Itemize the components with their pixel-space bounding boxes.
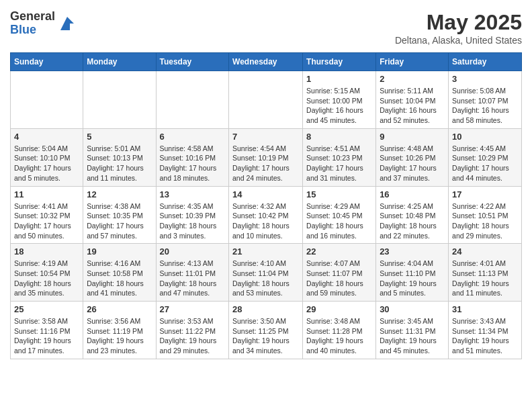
day-number: 26 — [87, 304, 152, 314]
week-row-3: 18Sunrise: 4:19 AM Sunset: 10:54 PM Dayl… — [11, 244, 522, 302]
calendar-cell: 26Sunrise: 3:56 AM Sunset: 11:19 PM Dayl… — [83, 302, 156, 359]
day-number: 4 — [14, 132, 79, 142]
day-info: Sunrise: 3:45 AM Sunset: 11:31 PM Daylig… — [380, 316, 445, 356]
week-row-0: 1Sunrise: 5:15 AM Sunset: 10:00 PM Dayli… — [11, 71, 522, 129]
header-day-sunday: Sunday — [11, 53, 83, 71]
calendar-cell — [229, 71, 303, 129]
calendar-cell: 9Sunrise: 4:48 AM Sunset: 10:26 PM Dayli… — [376, 128, 449, 186]
logo-blue: Blue — [10, 24, 55, 37]
day-info: Sunrise: 4:16 AM Sunset: 10:58 PM Daylig… — [87, 259, 152, 298]
calendar-cell: 1Sunrise: 5:15 AM Sunset: 10:00 PM Dayli… — [303, 71, 376, 129]
day-number: 18 — [14, 246, 79, 257]
day-number: 30 — [380, 304, 445, 314]
page-header: General Blue May 2025 Deltana, Alaska, U… — [10, 10, 522, 46]
day-info: Sunrise: 4:58 AM Sunset: 10:16 PM Daylig… — [160, 144, 226, 183]
month-title: May 2025 — [395, 10, 522, 35]
day-info: Sunrise: 4:25 AM Sunset: 10:48 PM Daylig… — [380, 201, 445, 241]
calendar-cell: 10Sunrise: 4:45 AM Sunset: 10:29 PM Dayl… — [449, 128, 522, 186]
calendar-header: SundayMondayTuesdayWednesdayThursdayFrid… — [11, 53, 522, 71]
calendar-cell — [83, 71, 156, 129]
title-block: May 2025 Deltana, Alaska, United States — [395, 10, 522, 46]
day-info: Sunrise: 4:35 AM Sunset: 10:39 PM Daylig… — [160, 201, 226, 241]
calendar-cell: 23Sunrise: 4:04 AM Sunset: 11:10 PM Dayl… — [376, 244, 449, 302]
day-info: Sunrise: 4:29 AM Sunset: 10:45 PM Daylig… — [306, 201, 372, 241]
calendar-cell: 8Sunrise: 4:51 AM Sunset: 10:23 PM Dayli… — [303, 128, 376, 186]
day-number: 9 — [380, 132, 445, 142]
calendar-cell: 16Sunrise: 4:25 AM Sunset: 10:48 PM Dayl… — [376, 186, 449, 244]
day-info: Sunrise: 4:22 AM Sunset: 10:51 PM Daylig… — [452, 201, 518, 241]
calendar-cell: 15Sunrise: 4:29 AM Sunset: 10:45 PM Dayl… — [303, 186, 376, 244]
logo: General Blue — [10, 10, 77, 37]
day-number: 14 — [232, 189, 299, 199]
day-number: 12 — [87, 189, 152, 199]
calendar-cell: 2Sunrise: 5:11 AM Sunset: 10:04 PM Dayli… — [376, 71, 449, 129]
day-number: 20 — [160, 246, 226, 257]
calendar-cell: 27Sunrise: 3:53 AM Sunset: 11:22 PM Dayl… — [156, 302, 229, 359]
day-number: 24 — [452, 246, 518, 257]
day-number: 2 — [380, 74, 445, 84]
day-info: Sunrise: 5:15 AM Sunset: 10:00 PM Daylig… — [306, 86, 372, 126]
header-day-thursday: Thursday — [303, 53, 376, 71]
location: Deltana, Alaska, United States — [395, 35, 522, 46]
day-number: 29 — [306, 304, 372, 314]
svg-marker-0 — [60, 17, 74, 30]
day-info: Sunrise: 5:08 AM Sunset: 10:07 PM Daylig… — [452, 86, 518, 126]
calendar-cell: 21Sunrise: 4:10 AM Sunset: 11:04 PM Dayl… — [229, 244, 303, 302]
logo-icon — [58, 14, 77, 33]
calendar-cell: 20Sunrise: 4:13 AM Sunset: 11:01 PM Dayl… — [156, 244, 229, 302]
day-info: Sunrise: 4:01 AM Sunset: 11:13 PM Daylig… — [452, 259, 518, 298]
calendar-cell: 11Sunrise: 4:41 AM Sunset: 10:32 PM Dayl… — [11, 186, 83, 244]
day-number: 3 — [452, 74, 518, 84]
day-number: 28 — [232, 304, 299, 314]
calendar-cell: 14Sunrise: 4:32 AM Sunset: 10:42 PM Dayl… — [229, 186, 303, 244]
calendar-cell: 22Sunrise: 4:07 AM Sunset: 11:07 PM Dayl… — [303, 244, 376, 302]
day-number: 11 — [14, 189, 79, 199]
day-info: Sunrise: 4:45 AM Sunset: 10:29 PM Daylig… — [452, 144, 518, 183]
day-number: 8 — [306, 132, 372, 142]
day-info: Sunrise: 5:11 AM Sunset: 10:04 PM Daylig… — [380, 86, 445, 126]
day-number: 7 — [232, 132, 299, 142]
day-number: 31 — [452, 304, 518, 314]
logo-text: General Blue — [10, 10, 55, 37]
day-info: Sunrise: 4:10 AM Sunset: 11:04 PM Daylig… — [232, 259, 299, 298]
day-info: Sunrise: 3:56 AM Sunset: 11:19 PM Daylig… — [87, 316, 152, 356]
day-number: 1 — [306, 74, 372, 84]
day-number: 10 — [452, 132, 518, 142]
day-info: Sunrise: 4:19 AM Sunset: 10:54 PM Daylig… — [14, 259, 79, 298]
day-number: 6 — [160, 132, 226, 142]
day-info: Sunrise: 4:07 AM Sunset: 11:07 PM Daylig… — [306, 259, 372, 298]
day-info: Sunrise: 3:43 AM Sunset: 11:34 PM Daylig… — [452, 316, 518, 356]
calendar-cell: 30Sunrise: 3:45 AM Sunset: 11:31 PM Dayl… — [376, 302, 449, 359]
week-row-1: 4Sunrise: 5:04 AM Sunset: 10:10 PM Dayli… — [11, 128, 522, 186]
calendar-cell: 7Sunrise: 4:54 AM Sunset: 10:19 PM Dayli… — [229, 128, 303, 186]
logo-general: General — [10, 10, 55, 24]
calendar-cell — [156, 71, 229, 129]
day-info: Sunrise: 3:53 AM Sunset: 11:22 PM Daylig… — [160, 316, 226, 356]
day-info: Sunrise: 4:04 AM Sunset: 11:10 PM Daylig… — [380, 259, 445, 298]
day-info: Sunrise: 4:54 AM Sunset: 10:19 PM Daylig… — [232, 144, 299, 183]
day-number: 16 — [380, 189, 445, 199]
day-info: Sunrise: 3:48 AM Sunset: 11:28 PM Daylig… — [306, 316, 372, 356]
day-info: Sunrise: 5:01 AM Sunset: 10:13 PM Daylig… — [87, 144, 152, 183]
day-number: 21 — [232, 246, 299, 257]
header-day-monday: Monday — [83, 53, 156, 71]
header-day-saturday: Saturday — [449, 53, 522, 71]
day-number: 22 — [306, 246, 372, 257]
calendar-cell: 29Sunrise: 3:48 AM Sunset: 11:28 PM Dayl… — [303, 302, 376, 359]
calendar-cell: 25Sunrise: 3:58 AM Sunset: 11:16 PM Dayl… — [11, 302, 83, 359]
week-row-2: 11Sunrise: 4:41 AM Sunset: 10:32 PM Dayl… — [11, 186, 522, 244]
calendar-cell — [11, 71, 83, 129]
day-number: 5 — [87, 132, 152, 142]
calendar-cell: 3Sunrise: 5:08 AM Sunset: 10:07 PM Dayli… — [449, 71, 522, 129]
calendar-cell: 5Sunrise: 5:01 AM Sunset: 10:13 PM Dayli… — [83, 128, 156, 186]
header-row: SundayMondayTuesdayWednesdayThursdayFrid… — [11, 53, 522, 71]
day-info: Sunrise: 4:32 AM Sunset: 10:42 PM Daylig… — [232, 201, 299, 241]
day-number: 27 — [160, 304, 226, 314]
day-number: 13 — [160, 189, 226, 199]
header-day-wednesday: Wednesday — [229, 53, 303, 71]
day-info: Sunrise: 5:04 AM Sunset: 10:10 PM Daylig… — [14, 144, 79, 183]
day-info: Sunrise: 3:50 AM Sunset: 11:25 PM Daylig… — [232, 316, 299, 356]
day-info: Sunrise: 3:58 AM Sunset: 11:16 PM Daylig… — [14, 316, 79, 356]
day-info: Sunrise: 4:51 AM Sunset: 10:23 PM Daylig… — [306, 144, 372, 183]
day-info: Sunrise: 4:38 AM Sunset: 10:35 PM Daylig… — [87, 201, 152, 241]
